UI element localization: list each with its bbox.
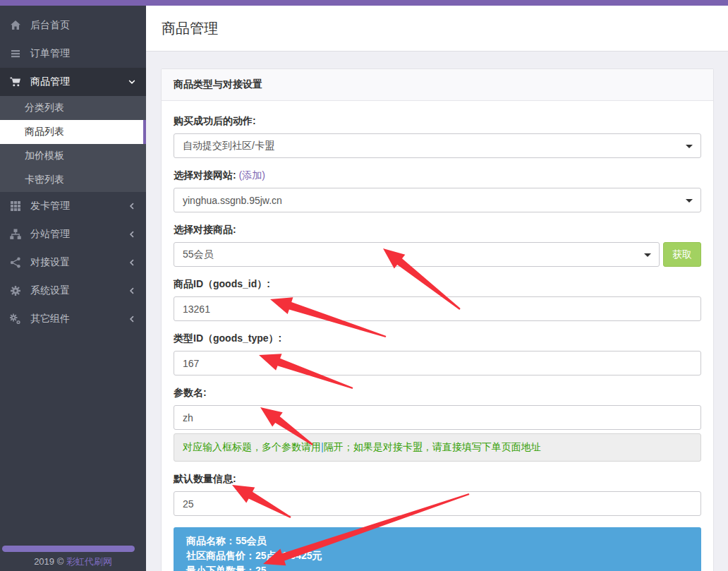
action-select[interactable]: 自动提交到社区/卡盟: [174, 133, 701, 158]
goods-type-label: 类型ID（goods_type）:: [174, 332, 701, 345]
group-site: 选择对接网站: (添加) yinghua.ssgnb.95jw.cn: [174, 169, 701, 212]
main-area: 商品管理 商品类型与对接设置 购买成功后的动作: 自动提交到社区/卡盟 选择对接…: [146, 6, 728, 571]
sidebar-item-label: 后台首页: [30, 19, 70, 32]
sidebar-subitem-卡密列表[interactable]: 卡密列表: [0, 168, 146, 192]
sidebar-item-label: 订单管理: [30, 47, 70, 60]
action-select-value: 自动提交到社区/卡盟: [183, 140, 274, 152]
list-icon: [10, 48, 21, 59]
sidebar-footer: 2019 © 彩虹代刷网: [0, 555, 146, 568]
sidebar-item-0[interactable]: 后台首页: [0, 11, 146, 40]
sidebar-subitem-加价模板[interactable]: 加价模板: [0, 144, 146, 168]
group-action: 购买成功后的动作: 自动提交到社区/卡盟: [174, 115, 701, 158]
home-icon: [10, 20, 21, 31]
param-hint: 对应输入框标题，多个参数请用|隔开；如果是对接卡盟，请直接填写下单页面地址: [174, 433, 701, 462]
sidebar-item-5[interactable]: 对接设置: [0, 248, 146, 277]
sidebar-item-2[interactable]: 商品管理: [0, 68, 146, 96]
sidebar-item-label: 发卡管理: [30, 200, 70, 212]
chevron-left-icon: [128, 315, 136, 323]
share-icon: [10, 257, 21, 268]
sitemap-icon: [10, 229, 21, 240]
sidebar-item-label: 系统设置: [30, 284, 70, 297]
chevron-left-icon: [128, 258, 136, 267]
settings-card: 商品类型与对接设置 购买成功后的动作: 自动提交到社区/卡盟 选择对接网站: (…: [161, 68, 714, 571]
page-title: 商品管理: [162, 19, 218, 38]
card-body: 购买成功后的动作: 自动提交到社区/卡盟 选择对接网站: (添加) yinghu…: [162, 101, 713, 571]
sidebar-subitem-分类列表[interactable]: 分类列表: [0, 96, 146, 120]
goods-info-box: 商品名称：55会员社区商品售价：25点=1.9425元最小下单数量：25最大下单…: [174, 527, 701, 571]
site-label: 选择对接网站: (添加): [174, 169, 701, 182]
goods-id-label: 商品ID（goods_id）:: [174, 278, 701, 291]
gears-icon: [10, 313, 21, 325]
sidebar-subitem-商品列表[interactable]: 商品列表: [0, 120, 146, 144]
fetch-button[interactable]: 获取: [663, 242, 701, 267]
sidebar: 后台首页订单管理商品管理分类列表商品列表加价模板卡密列表发卡管理分站管理对接设置…: [0, 6, 146, 571]
sidebar-scroll-pill[interactable]: [2, 546, 135, 552]
card-title: 商品类型与对接设置: [162, 69, 713, 101]
action-label: 购买成功后的动作:: [174, 115, 701, 128]
chevron-left-icon: [128, 287, 136, 295]
goods-select[interactable]: 55会员: [174, 242, 660, 267]
goods-type-input[interactable]: [174, 351, 701, 375]
group-goods: 选择对接商品: 55会员 获取: [174, 224, 701, 267]
goods-label: 选择对接商品:: [174, 224, 701, 236]
goods-id-input[interactable]: [174, 296, 701, 321]
site-link[interactable]: 彩虹代刷网: [66, 556, 112, 567]
goods-select-value: 55会员: [183, 248, 214, 261]
site-select[interactable]: yinghua.ssgnb.95jw.cn: [174, 188, 701, 212]
page-header: 商品管理: [146, 6, 728, 52]
cart-icon: [10, 76, 21, 88]
grid-icon: [10, 200, 21, 212]
sidebar-submenu: 分类列表商品列表加价模板卡密列表: [0, 96, 146, 192]
caret-down-icon: [644, 253, 651, 257]
sidebar-item-label: 对接设置: [30, 256, 70, 269]
group-goods-id: 商品ID（goods_id）:: [174, 278, 701, 321]
group-param-name: 参数名: 对应输入框标题，多个参数请用|隔开；如果是对接卡盟，请直接填写下单页面…: [174, 387, 701, 462]
add-site-link[interactable]: (添加): [239, 169, 265, 181]
sidebar-item-6[interactable]: 系统设置: [0, 277, 146, 305]
sidebar-nav: 后台首页订单管理商品管理分类列表商品列表加价模板卡密列表发卡管理分站管理对接设置…: [0, 6, 146, 333]
default-qty-input[interactable]: [174, 491, 701, 516]
caret-down-icon: [686, 199, 693, 203]
sidebar-item-label: 商品管理: [30, 76, 70, 88]
chevron-left-icon: [128, 202, 136, 210]
info-line: 最小下单数量：25: [186, 563, 688, 571]
sidebar-item-7[interactable]: 其它组件: [0, 305, 146, 333]
top-accent-bar: [0, 0, 728, 6]
group-default-qty: 默认数量信息:: [174, 473, 701, 516]
group-goods-type: 类型ID（goods_type）:: [174, 332, 701, 375]
chevron-left-icon: [128, 230, 136, 239]
sidebar-item-1[interactable]: 订单管理: [0, 40, 146, 68]
default-qty-label: 默认数量信息:: [174, 473, 701, 486]
chevron-down-icon: [128, 78, 136, 86]
site-select-value: yinghua.ssgnb.95jw.cn: [183, 195, 282, 206]
sidebar-item-4[interactable]: 分站管理: [0, 220, 146, 248]
param-name-label: 参数名:: [174, 387, 701, 399]
sidebar-item-3[interactable]: 发卡管理: [0, 192, 146, 220]
copyright-text: 2019 ©: [34, 556, 63, 567]
caret-down-icon: [686, 145, 693, 148]
gear-icon: [10, 285, 21, 296]
param-name-input[interactable]: [174, 405, 701, 430]
sidebar-item-label: 其它组件: [30, 313, 70, 325]
info-line: 商品名称：55会员: [186, 534, 688, 548]
sidebar-item-label: 分站管理: [30, 228, 70, 241]
info-line: 社区商品售价：25点=1.9425元: [186, 548, 688, 563]
